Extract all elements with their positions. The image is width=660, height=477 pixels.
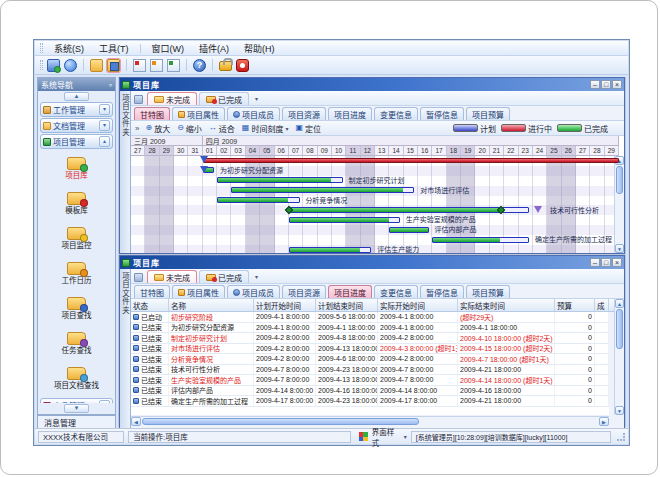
sidebar-section-project-management[interactable]: 项目管理▴ [40, 134, 113, 149]
gantt-task-bar-8[interactable] [432, 237, 529, 243]
expand-button[interactable]: ▾ [99, 120, 110, 131]
column-header-cost[interactable]: 成 [595, 299, 609, 311]
scroll-right-arrow-icon[interactable]: ▶ [599, 417, 609, 426]
locate-button[interactable]: ▣定位 [295, 123, 321, 134]
globe-icon[interactable] [64, 59, 77, 72]
sidebar-item-project-library[interactable]: 项目库 [38, 151, 115, 186]
column-header-actual-end[interactable]: 实际结束时间 [458, 299, 555, 311]
save-icon[interactable] [107, 59, 120, 72]
help-icon[interactable] [193, 59, 206, 72]
sidebar-item-project-search[interactable]: 项目查找 [38, 291, 115, 326]
tabs-dropdown-icon[interactable]: ▾ [255, 95, 258, 102]
fit-button[interactable]: ↔适合 [209, 123, 235, 134]
table-horizontal-scrollbar[interactable]: ◀ ▶ [131, 416, 609, 426]
table-status-tab-unfinished[interactable]: 未完成 [147, 270, 197, 283]
close-button[interactable]: × [612, 80, 622, 89]
time-scale-button[interactable]: ▦时间刻度▾ [242, 123, 289, 134]
table-tab-properties[interactable]: 项目属性 [172, 285, 225, 298]
gantt-tab-gantt[interactable]: 甘特图 [134, 107, 170, 120]
scroll-left-arrow-icon[interactable]: ◀ [131, 417, 141, 426]
stop-icon[interactable] [236, 59, 249, 72]
zoom-in-button[interactable]: ⊕放大 [145, 123, 170, 134]
gantt-window-titlebar[interactable]: 项目库 – □ × [120, 78, 624, 91]
sidebar-header[interactable]: 系统导航 ▿ [38, 78, 115, 91]
close-button[interactable]: × [612, 258, 622, 267]
sidebar-item-work-calendar[interactable]: 工作日历 [38, 256, 115, 291]
table-tab-pause[interactable]: 暂停信息 [420, 285, 464, 298]
menu-item-5[interactable]: 帮助(H) [237, 41, 282, 56]
table-row[interactable]: 已结束确定生产所需的加工过程2009-4-17 8:00:002009-4-23… [131, 396, 609, 407]
collapse-button[interactable]: ▴ [99, 136, 110, 147]
project-folder-side-tab[interactable]: 项目文件夹 [120, 269, 131, 428]
restore-button[interactable]: □ [601, 80, 611, 89]
gantt-task-bar-9[interactable] [289, 247, 372, 253]
project-folder-side-tab[interactable]: 项目文件夹 [120, 91, 131, 253]
gantt-status-tab-unfinished[interactable]: 未完成 [147, 92, 197, 105]
column-header-name[interactable]: 名称 [169, 299, 254, 311]
table-row[interactable]: 已结束生产实验室规模的产品2009-4-7 8:00:002009-4-13 1… [131, 375, 609, 386]
gantt-task-bar-4[interactable] [217, 197, 300, 203]
sidebar-section-product-management[interactable]: 产品管理▾ [40, 398, 113, 403]
menu-item-3[interactable]: 窗口(W) [145, 41, 192, 56]
table-row[interactable]: 已结束分析竞争情况2009-4-2 8:00:002009-4-6 18:00:… [131, 354, 609, 365]
gantt-tab-budget[interactable]: 项目预算 [466, 107, 510, 120]
table-tab-gantt[interactable]: 甘特图 [134, 285, 170, 298]
zoom-out-button[interactable]: ⊖缩小 [177, 123, 202, 134]
notes-icon[interactable] [167, 59, 180, 72]
table-row[interactable]: 已结束对市场进行评估2009-4-2 8:00:002009-4-13 18:0… [131, 344, 609, 355]
table-row[interactable]: 已结束评估内部产品2009-4-14 8:00:002009-4-16 18:0… [131, 386, 609, 397]
table-tab-progress[interactable]: 项目进度 [328, 285, 372, 298]
sidebar-item-template-library[interactable]: 模板库 [38, 186, 115, 221]
overflow-chevron[interactable]: » [135, 124, 139, 133]
gantt-task-bar-6[interactable] [289, 217, 400, 223]
menu-item-2[interactable]: 工具(T) [92, 41, 136, 56]
expand-button[interactable]: ▾ [99, 104, 110, 115]
sidebar-item-project-monitor[interactable]: 项目监控 [38, 221, 115, 256]
column-header-plan-start[interactable]: 计划开始时间 [254, 299, 316, 311]
menu-item-1[interactable]: 系统(S) [47, 41, 91, 56]
table-window-titlebar[interactable]: 项目库 – □ × [120, 256, 624, 269]
scrollbar-thumb[interactable] [616, 309, 623, 349]
gantt-task-bar-7[interactable] [389, 227, 428, 233]
tabs-dropdown-icon[interactable]: ▾ [255, 273, 258, 280]
expand-button[interactable]: ▾ [99, 400, 110, 403]
table-row[interactable]: 已结束制定初步研究计划2009-4-2 8:00:002009-4-8 18:0… [131, 333, 609, 344]
column-header-budget[interactable]: 预算 [555, 299, 595, 311]
gantt-status-tab-finished[interactable]: 已完成 [199, 92, 249, 105]
gantt-summary-bar[interactable] [203, 158, 619, 163]
scrollbar-thumb[interactable] [616, 166, 623, 194]
scroll-down-arrow-icon[interactable]: ▼ [615, 244, 624, 253]
sidebar-section-document-management[interactable]: 文档管理▾ [40, 118, 113, 133]
message-management-tab[interactable]: 消息管理 [37, 415, 116, 428]
folder-icon[interactable] [90, 59, 103, 72]
scrollbar-thumb[interactable] [142, 418, 419, 425]
pin-icon[interactable]: ▿ [109, 81, 112, 88]
gantt-tab-pause[interactable]: 暂停信息 [420, 107, 464, 120]
table-row[interactable]: 已启动初步研究阶段2009-4-1 8:00:002009-5-6 18:00:… [131, 312, 609, 323]
interface-style-button[interactable]: 界面样式 ▾ [372, 426, 407, 448]
minimize-button[interactable]: – [590, 80, 600, 89]
computer-icon[interactable] [47, 59, 60, 72]
column-header-actual-start[interactable]: 实际开始时间 [378, 299, 458, 311]
gantt-tab-changes[interactable]: 变更信息 [374, 107, 418, 120]
gantt-tab-members[interactable]: 项目成员 [227, 107, 280, 120]
menubar-grip[interactable] [40, 43, 43, 53]
sidebar-item-project-doc-search[interactable]: 项目文档查找 [38, 361, 115, 396]
gantt-vertical-scrollbar[interactable]: ▲ ▼ [614, 156, 624, 253]
scroll-up-arrow-icon[interactable]: ▲ [615, 299, 624, 308]
gantt-task-bar-5[interactable] [289, 207, 529, 213]
table-tab-members[interactable]: 项目成员 [227, 285, 280, 298]
restore-button[interactable]: □ [601, 258, 611, 267]
table-row[interactable]: 已结束为初步研究分配资源2009-4-1 8:00:002009-4-1 18:… [131, 323, 609, 334]
gantt-task-bar-2[interactable] [217, 177, 343, 183]
lock-icon[interactable] [219, 61, 232, 71]
gantt-tab-progress[interactable]: 项目进度 [328, 107, 372, 120]
menu-item-4[interactable]: 插件(A) [192, 41, 236, 56]
table-vertical-scrollbar[interactable]: ▲ ▼ [614, 299, 624, 415]
table-tab-budget[interactable]: 项目预算 [466, 285, 510, 298]
gantt-tab-properties[interactable]: 项目属性 [172, 107, 225, 120]
sidebar-scroll-down-button[interactable]: ▼ [64, 404, 89, 413]
column-header-status[interactable]: 状态 [131, 299, 169, 311]
minimize-button[interactable]: – [590, 258, 600, 267]
sidebar-item-task-search[interactable]: 任务查找 [38, 326, 115, 361]
